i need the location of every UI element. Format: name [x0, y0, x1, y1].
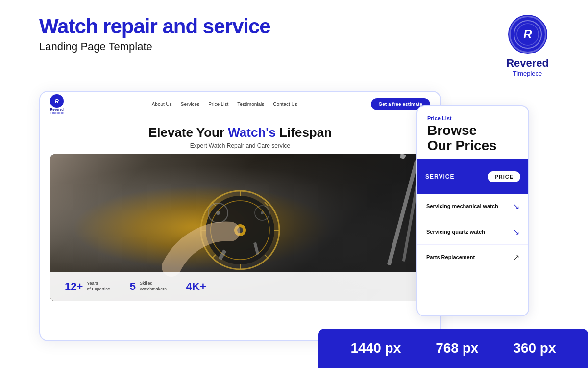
dim-tablet: 768 px: [436, 341, 478, 356]
dimensions-bar: 1440 px 768 px 360 px: [318, 329, 588, 368]
nav-services[interactable]: Services: [181, 102, 199, 107]
stat-clients-num: 4K+: [186, 280, 206, 293]
price-col-price-label: PRICE: [488, 171, 520, 182]
hero-title: Elevate Your Watch's Lifespan: [50, 125, 430, 140]
price-browse-title: Browse Our Prices: [427, 123, 518, 154]
nav-brand-name: Revered: [50, 108, 64, 111]
price-blue-bar: SERVICE PRICE: [417, 159, 528, 194]
svg-point-2: [517, 24, 539, 45]
nav-bar: R Revered Timepiece About Us Services Pr…: [40, 92, 440, 117]
logo-icon: R: [513, 20, 542, 49]
svg-marker-24: [399, 154, 406, 159]
price-item-quartz-name: Servicing quartz watch: [426, 228, 485, 235]
price-item-parts[interactable]: Parts Replacement ↗: [417, 245, 528, 270]
page-subtitle: Landing Page Template: [39, 40, 270, 53]
price-item-quartz-arrow: ↘: [513, 227, 519, 237]
hero-title-part2: Lifespan: [276, 125, 332, 140]
preview-card: R Revered Timepiece About Us Services Pr…: [39, 91, 441, 341]
price-browse-line2: Our Prices: [427, 138, 497, 153]
price-col-service-label: SERVICE: [425, 173, 484, 180]
stat-years-num: 12+: [65, 280, 83, 293]
page-header: Watch repair and service Landing Page Te…: [0, 0, 588, 87]
logo-area: R Revered Timepiece: [506, 15, 549, 77]
price-item-quartz[interactable]: Servicing quartz watch ↘: [417, 219, 528, 245]
nav-contact[interactable]: Contact Us: [273, 102, 297, 107]
price-item-parts-arrow: ↗: [513, 253, 519, 262]
hero-title-highlight: Watch's: [228, 125, 276, 140]
nav-logo-circle: R: [50, 94, 64, 108]
nav-logo: R Revered Timepiece: [50, 94, 64, 114]
price-item-mechanical-arrow: ↘: [513, 202, 519, 211]
hero-section: Elevate Your Watch's Lifespan Expert Wat…: [40, 117, 440, 154]
hero-title-part1: Elevate Your: [148, 125, 228, 140]
logo-circle: R: [508, 15, 547, 54]
stat-clients: 4K+: [186, 280, 206, 293]
main-title: Watch repair and service: [39, 15, 270, 38]
nav-about[interactable]: About Us: [152, 102, 172, 107]
stat-watchmakers: 5 SkilledWatchmakers: [130, 280, 167, 293]
svg-text:R: R: [523, 27, 532, 41]
logo-tagline: Timepiece: [513, 70, 542, 77]
stat-years: 12+ Yearsof Expertise: [65, 280, 110, 293]
price-item-parts-name: Parts Replacement: [426, 254, 475, 261]
price-browse-line1: Browse: [427, 123, 477, 138]
nav-pricelist[interactable]: Price List: [208, 102, 228, 107]
svg-line-12: [212, 255, 216, 258]
price-list-label: Price List: [427, 115, 518, 121]
hero-subtitle: Expert Watch Repair and Care service: [50, 142, 430, 149]
stat-years-label: Yearsof Expertise: [87, 281, 110, 292]
stats-bar: 12+ Yearsof Expertise 5 SkilledWatchmake…: [50, 272, 430, 301]
dim-mobile: 360 px: [513, 341, 556, 356]
svg-line-11: [265, 255, 268, 258]
svg-point-17: [216, 211, 220, 215]
dim-desktop: 1440 px: [350, 341, 401, 356]
header-left: Watch repair and service Landing Page Te…: [39, 15, 270, 53]
stat-watchmakers-num: 5: [130, 280, 136, 293]
svg-point-19: [261, 211, 264, 214]
price-item-mechanical[interactable]: Servicing mechanical watch ↘: [417, 194, 528, 219]
price-items-list: Servicing mechanical watch ↘ Servicing q…: [417, 194, 528, 270]
price-panel: Price List Browse Our Prices SERVICE PRI…: [416, 105, 529, 316]
nav-logo-icon: R: [55, 98, 59, 104]
svg-point-0: [514, 21, 541, 48]
logo-brand-name: Revered: [506, 57, 549, 70]
watch-image: 12+ Yearsof Expertise 5 SkilledWatchmake…: [50, 154, 430, 301]
stat-watchmakers-label: SkilledWatchmakers: [140, 281, 167, 292]
nav-testimonials[interactable]: Testimonials: [237, 102, 264, 107]
svg-rect-22: [387, 160, 419, 266]
nav-brand-tag: Timepiece: [50, 111, 63, 114]
nav-links: About Us Services Price List Testimonial…: [78, 102, 371, 107]
price-panel-header: Price List Browse Our Prices: [417, 106, 528, 159]
price-item-mechanical-name: Servicing mechanical watch: [426, 203, 498, 210]
